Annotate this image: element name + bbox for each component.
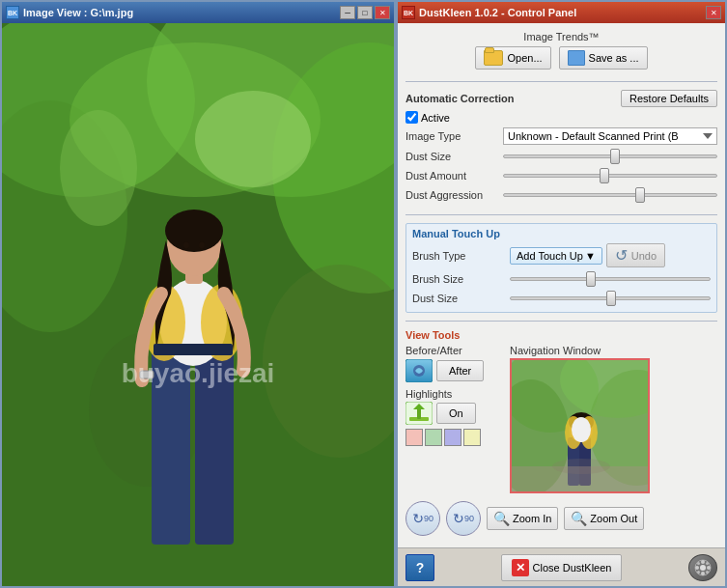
active-checkbox-label[interactable]: Active	[405, 111, 450, 124]
brush-size-label: Brush Size	[412, 273, 504, 285]
dust-size-label: Dust Size	[405, 151, 497, 162]
color-swatch-3[interactable]	[444, 429, 461, 446]
svg-point-46	[695, 566, 699, 570]
svg-point-48	[697, 562, 700, 565]
open-save-row: Open... Save as ...	[405, 46, 717, 70]
svg-point-17	[165, 210, 223, 252]
control-panel-window: BK DustKleen 1.0.2 - Control Panel ✕ Ima…	[396, 0, 727, 588]
dust-aggression-slider[interactable]	[503, 187, 717, 203]
image-view-close-button[interactable]: ✕	[375, 6, 390, 19]
dust-amount-slider[interactable]	[503, 168, 717, 183]
after-button[interactable]: After	[436, 360, 484, 381]
cp-title: DustKleen 1.0.2 - Control Panel	[419, 7, 576, 18]
zoom-in-button[interactable]: 🔍 Zoom In	[487, 507, 558, 530]
svg-point-41	[552, 459, 610, 474]
dust-aggression-label: Dust Aggression	[405, 189, 497, 201]
svg-point-39	[572, 417, 591, 442]
divider-1	[405, 81, 717, 82]
add-touchup-button[interactable]: Add Touch Up ▼	[510, 247, 602, 265]
undo-icon: ↺	[615, 246, 628, 265]
help-button[interactable]: ?	[405, 554, 434, 581]
svg-rect-10	[152, 351, 190, 545]
image-trends-section: Image Trends™ Open... Save as ...	[405, 31, 717, 73]
color-swatch-2[interactable]	[425, 429, 442, 446]
image-view-maximize-button[interactable]: □	[357, 6, 373, 19]
nav-window-label: Navigation Window	[510, 345, 717, 356]
svg-point-18	[183, 242, 189, 249]
close-x-icon: ✕	[512, 559, 529, 576]
dust-amount-label: Dust Amount	[405, 170, 497, 182]
color-swatches	[405, 429, 502, 446]
svg-point-51	[706, 571, 709, 574]
manual-dust-size-slider[interactable]	[510, 291, 711, 306]
image-view-window: BK Image View : G:\m.jpg ─ □ ✕	[0, 0, 396, 588]
photo-background: buyao.jiezai	[2, 23, 394, 586]
svg-point-45	[701, 572, 705, 575]
zoom-out-icon: 🔍	[571, 511, 587, 526]
rotate-ccw-icon: ↺	[412, 511, 424, 526]
save-as-button[interactable]: Save as ...	[559, 46, 648, 70]
image-view-minimize-button[interactable]: ─	[340, 6, 355, 19]
image-view-icon: BK	[6, 6, 19, 19]
folder-icon	[484, 50, 503, 66]
restore-defaults-button[interactable]: Restore Defaults	[621, 90, 717, 107]
view-tools-section: View Tools Before/After	[405, 329, 717, 493]
cp-icon: BK	[402, 6, 415, 19]
svg-point-50	[697, 571, 700, 574]
cp-titlebar: BK DustKleen 1.0.2 - Control Panel ✕	[398, 2, 725, 23]
highlights-on-button[interactable]: On	[436, 403, 476, 424]
before-after-group: Before/After	[405, 345, 502, 382]
undo-button[interactable]: ↺ Undo	[606, 243, 665, 267]
svg-point-43	[700, 565, 706, 571]
zoom-out-button[interactable]: 🔍 Zoom Out	[564, 507, 644, 530]
rotate-cw-button[interactable]: ↻ 90	[446, 501, 481, 536]
svg-point-47	[707, 566, 711, 570]
svg-point-49	[706, 562, 709, 565]
rotate-ccw-button[interactable]: ↺ 90	[405, 501, 440, 536]
image-display-area: buyao.jiezai	[2, 23, 394, 586]
divider-2	[405, 214, 717, 215]
save-icon	[568, 50, 585, 66]
image-type-select[interactable]: Unknown - Default Scanned Print (B	[503, 127, 717, 145]
color-swatch-4[interactable]	[463, 429, 481, 446]
settings-icon	[694, 559, 712, 576]
cp-content-area: Image Trends™ Open... Save as ... Automa…	[398, 23, 725, 547]
svg-point-44	[701, 560, 705, 564]
active-checkbox[interactable]	[405, 111, 418, 124]
highlights-label: Highlights	[405, 388, 502, 400]
view-tools-header: View Tools	[405, 329, 717, 341]
automatic-correction-section: Automatic Correction Restore Defaults Ac…	[405, 90, 717, 207]
dust-size-slider[interactable]	[503, 149, 717, 164]
svg-point-8	[195, 91, 311, 187]
brush-size-slider[interactable]	[510, 271, 711, 287]
manual-touchup-header: Manual Touch Up	[412, 228, 711, 239]
cp-close-button[interactable]: ✕	[706, 6, 721, 19]
before-after-label: Before/After	[405, 345, 502, 356]
highlights-group: Highlights On	[405, 388, 502, 446]
svg-rect-21	[154, 344, 233, 355]
rotate-zoom-row: ↺ 90 ↻ 90 🔍 Zoom In 🔍 Zoom Out	[405, 501, 717, 536]
svg-point-9	[60, 110, 137, 226]
image-trends-label: Image Trends™	[405, 31, 717, 42]
brush-type-label: Brush Type	[412, 250, 504, 262]
background-svg	[2, 23, 394, 586]
open-button[interactable]: Open...	[475, 46, 550, 70]
nav-image-display	[512, 360, 648, 491]
auto-correction-header: Automatic Correction	[405, 93, 514, 104]
divider-3	[405, 321, 717, 322]
zoom-in-icon: 🔍	[493, 511, 510, 526]
rotate-cw-icon: ↻	[453, 511, 464, 526]
image-view-title: Image View : G:\m.jpg	[23, 7, 133, 18]
nav-image-svg	[512, 360, 648, 491]
navigation-window[interactable]	[510, 358, 650, 493]
manual-touchup-section: Manual Touch Up Brush Type Add Touch Up …	[405, 223, 717, 313]
image-view-titlebar: BK Image View : G:\m.jpg ─ □ ✕	[2, 2, 394, 23]
svg-rect-20	[140, 371, 154, 378]
svg-point-19	[199, 242, 205, 249]
color-swatch-1[interactable]	[405, 429, 423, 446]
image-type-label: Image Type	[405, 130, 497, 142]
svg-rect-11	[195, 351, 234, 545]
close-dustkleen-button[interactable]: ✕ Close DustKleen	[501, 554, 623, 581]
dropdown-arrow-icon: ▼	[585, 250, 596, 262]
settings-button[interactable]	[688, 554, 717, 581]
